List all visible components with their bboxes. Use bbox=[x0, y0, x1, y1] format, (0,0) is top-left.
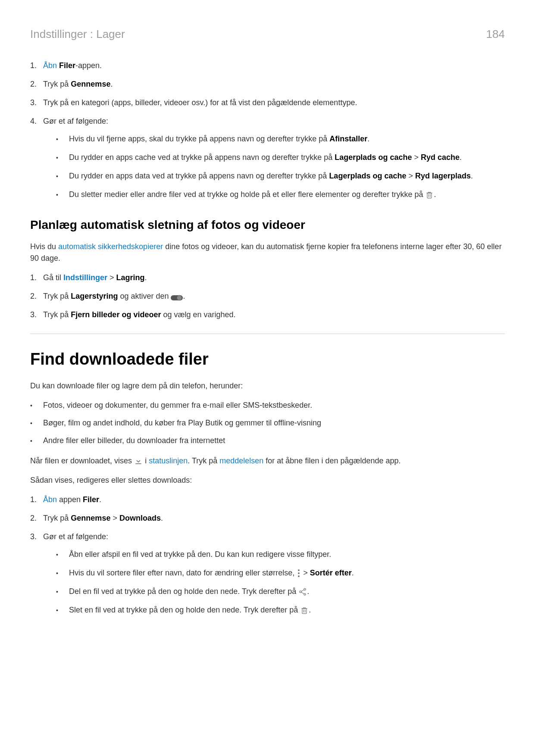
text-link[interactable]: Indstillinger bbox=[63, 273, 107, 282]
bullet-dot: • bbox=[30, 435, 43, 446]
body-text: . bbox=[352, 569, 354, 577]
body-text: . bbox=[307, 587, 309, 596]
text-link[interactable]: meddelelsen bbox=[219, 456, 263, 465]
text-link[interactable]: Åbn bbox=[43, 495, 57, 504]
para-download-manage: Sådan vises, redigeres eller slettes dow… bbox=[30, 475, 505, 486]
list-item: 2.Tryk på Gennemse. bbox=[30, 78, 505, 90]
svg-point-6 bbox=[298, 569, 300, 571]
body-text: . bbox=[434, 190, 436, 199]
bold-text: Downloads bbox=[119, 514, 161, 522]
body-text: -appen. bbox=[75, 61, 102, 70]
svg-rect-0 bbox=[427, 193, 432, 198]
svg-point-9 bbox=[304, 588, 306, 590]
svg-rect-5 bbox=[135, 463, 141, 464]
body-text: Del en fil ved at trykke på den og holde… bbox=[69, 587, 298, 596]
bullets-download-types: •Fotos, videoer og dokumenter, du gemmer… bbox=[30, 400, 505, 447]
bullet-item: •Del en fil ved at trykke på den og hold… bbox=[43, 586, 505, 597]
nested-bullets: •Åbn eller afspil en fil ved at trykke p… bbox=[43, 549, 505, 616]
body-text: for at åbne filen i den pågældende app. bbox=[263, 456, 400, 465]
bullet-content: Hvis du vil sortere filer efter navn, da… bbox=[69, 567, 505, 579]
svg-point-11 bbox=[304, 594, 306, 595]
bullet-content: Del en fil ved at trykke på den og holde… bbox=[69, 586, 505, 597]
text-link[interactable]: automatisk sikkerhedskopierer bbox=[58, 242, 163, 251]
body-text: Gør et af følgende: bbox=[43, 117, 108, 125]
section-divider bbox=[30, 334, 505, 334]
bold-text: Lagring bbox=[116, 273, 145, 282]
body-text: . Tryk på bbox=[188, 456, 219, 465]
bullet-content: Hvis du vil fjerne apps, skal du trykke … bbox=[69, 133, 505, 145]
body-text: Tryk på bbox=[43, 80, 71, 88]
list-item: 2.Tryk på Gennemse > Downloads. bbox=[30, 512, 505, 524]
list-number: 2. bbox=[30, 291, 43, 302]
bullet-dot: • bbox=[56, 604, 69, 615]
body-text: appen bbox=[57, 495, 83, 504]
body-text: Tryk på en kategori (apps, billeder, vid… bbox=[43, 98, 357, 107]
text-link[interactable]: Åbn bbox=[43, 61, 57, 70]
bold-text: Sortér efter bbox=[310, 569, 352, 577]
body-text: Tryk på bbox=[43, 310, 71, 319]
body-text: . bbox=[99, 495, 101, 504]
bullet-item: •Hvis du vil fjerne apps, skal du trykke… bbox=[43, 133, 505, 145]
bold-text: Gennemse bbox=[71, 514, 110, 522]
bold-text: Afinstaller bbox=[329, 134, 367, 143]
list-item: 3.Tryk på Fjern billeder og videoer og v… bbox=[30, 309, 505, 321]
bullet-content: Du sletter medier eller andre filer ved … bbox=[69, 189, 505, 200]
list-number: 3. bbox=[30, 309, 43, 321]
body-text: Hvis du bbox=[30, 242, 58, 251]
bullet-dot: • bbox=[56, 586, 69, 597]
list-item: 4.Gør et af følgende:•Hvis du vil fjerne… bbox=[30, 116, 505, 207]
bold-text: Filer bbox=[59, 61, 75, 70]
body-text: Du sletter medier eller andre filer ved … bbox=[69, 190, 425, 199]
list-item: 3.Gør et af følgende:•Åbn eller afspil e… bbox=[30, 531, 505, 623]
bullet-content: Du rydder en apps data ved at trykke på … bbox=[69, 170, 505, 182]
list-number: 1. bbox=[30, 272, 43, 284]
list-number: 1. bbox=[30, 494, 43, 506]
body-text: Tryk på bbox=[43, 514, 71, 522]
bullet-content: Bøger, film og andet indhold, du køber f… bbox=[43, 417, 505, 429]
svg-point-4 bbox=[177, 295, 182, 300]
bold-text: Ryd cache bbox=[421, 153, 460, 162]
text-link[interactable]: statuslinjen bbox=[149, 456, 188, 465]
body-text: Gør et af følgende: bbox=[43, 532, 108, 541]
bullet-content: Andre filer eller billeder, du downloade… bbox=[43, 435, 505, 447]
list-1: 1.Åbn Filer-appen.2.Tryk på Gennemse.3.T… bbox=[30, 60, 505, 207]
para-download-statusbar: Når filen er downloadet, vises i statusl… bbox=[30, 455, 505, 467]
svg-rect-14 bbox=[302, 609, 307, 614]
bold-text: Gennemse bbox=[71, 80, 110, 88]
bullet-item: •Du rydder en apps cache ved at trykke p… bbox=[43, 152, 505, 163]
share-icon bbox=[298, 587, 307, 596]
bullet-dot: • bbox=[30, 400, 43, 410]
body-text: . bbox=[460, 153, 462, 162]
bold-text: Ryd lagerplads bbox=[415, 172, 471, 180]
list-item-content: Gør et af følgende:•Hvis du vil fjerne a… bbox=[43, 116, 505, 207]
body-text: . bbox=[471, 172, 473, 180]
body-text: . bbox=[145, 273, 147, 282]
svg-line-13 bbox=[301, 592, 304, 594]
body-text: Slet en fil ved at trykke på den og hold… bbox=[69, 606, 300, 614]
list-item: 1.Gå til Indstillinger > Lagring. bbox=[30, 272, 505, 284]
body-text: . bbox=[183, 292, 185, 300]
body-text: > bbox=[107, 273, 116, 282]
body-text: og vælg en varighed. bbox=[161, 310, 235, 319]
svg-point-8 bbox=[298, 575, 300, 577]
list-item: 1.Åbn appen Filer. bbox=[30, 494, 505, 506]
bullet-content: Fotos, videoer og dokumenter, du gemmer … bbox=[43, 400, 505, 411]
svg-line-12 bbox=[301, 590, 304, 591]
list-number: 3. bbox=[30, 97, 43, 109]
list-number: 1. bbox=[30, 60, 43, 72]
bullet-item: •Slet en fil ved at trykke på den og hol… bbox=[43, 604, 505, 616]
body-text: > bbox=[110, 514, 119, 522]
bold-text: Lagerplads og cache bbox=[329, 172, 406, 180]
bullet-item: •Fotos, videoer og dokumenter, du gemmer… bbox=[30, 400, 505, 411]
bullet-item: •Andre filer eller billeder, du download… bbox=[30, 435, 505, 447]
body-text: > bbox=[406, 172, 415, 180]
body-text: > bbox=[301, 569, 310, 577]
download-icon bbox=[134, 457, 143, 465]
list-item-content: Tryk på en kategori (apps, billeder, vid… bbox=[43, 97, 505, 109]
svg-point-7 bbox=[298, 572, 300, 574]
para-backup-info: Hvis du automatisk sikkerhedskopierer di… bbox=[30, 241, 505, 264]
toggle-on-icon bbox=[171, 293, 183, 300]
bullet-dot: • bbox=[56, 170, 69, 181]
trash-icon bbox=[300, 606, 309, 615]
list-2: 1.Gå til Indstillinger > Lagring.2.Tryk … bbox=[30, 272, 505, 321]
